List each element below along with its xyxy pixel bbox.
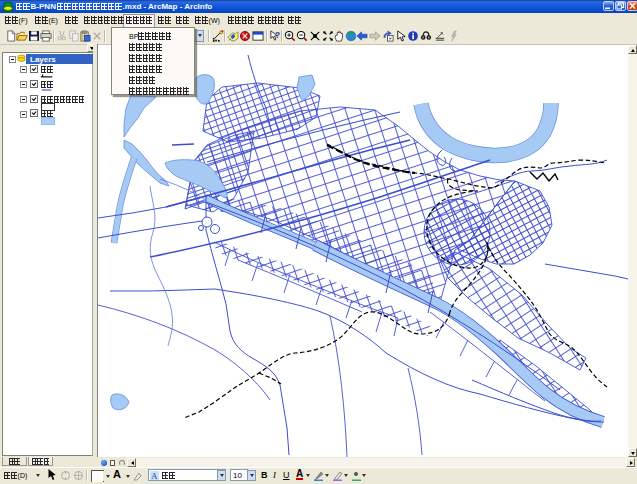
svg-text:?: ?	[275, 30, 280, 40]
svg-text:A: A	[151, 471, 158, 480]
